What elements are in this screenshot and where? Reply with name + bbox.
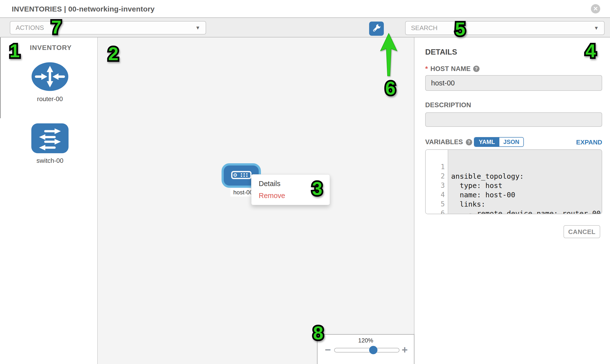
toolbar: ACTIONS ▾	[0, 17, 610, 38]
zoom-in-button[interactable]: +	[402, 344, 408, 356]
zoom-out-button[interactable]: −	[325, 344, 331, 356]
zoom-slider-track[interactable]	[334, 348, 400, 352]
variables-editor[interactable]: 1 ansible_topology: 2 type: host 3 name:…	[425, 149, 602, 214]
variables-label-wrap: VARIABLES ?	[425, 138, 472, 146]
details-panel: DETAILS * HOST NAME ? DESCRIPTION VARIAB…	[415, 38, 610, 364]
required-asterisk: *	[425, 65, 428, 73]
sidebar-item-switch[interactable]: switch-00	[23, 123, 77, 165]
details-heading: DETAILS	[425, 48, 457, 57]
chevron-down-icon: ▾	[595, 24, 598, 31]
toggle-json[interactable]: JSON	[499, 138, 523, 146]
help-icon[interactable]: ?	[466, 139, 472, 145]
node-context-menu: Details Remove	[251, 174, 330, 205]
search-dropdown-label: SEARCH	[411, 22, 437, 35]
line-number: 5	[426, 199, 445, 209]
actions-dropdown[interactable]: ACTIONS ▾	[10, 21, 206, 35]
variables-label: VARIABLES	[425, 138, 463, 146]
configure-tools-button[interactable]	[369, 22, 384, 36]
close-icon[interactable]: ✕	[591, 4, 600, 13]
header-bar: INVENTORIES | 00-networking-inventory ✕	[0, 0, 610, 17]
line-number: 3	[426, 181, 445, 190]
line-code: - remote_device_name: router-00	[451, 209, 602, 214]
help-icon[interactable]: ?	[473, 65, 480, 72]
code-line: 1 ansible_topology:	[426, 153, 602, 162]
menu-item-details[interactable]: Details	[251, 178, 330, 190]
sidebar-item-router[interactable]: router-00	[23, 61, 77, 103]
actions-dropdown-label: ACTIONS	[16, 22, 44, 34]
cancel-button[interactable]: CANCEL	[563, 225, 600, 238]
host-icon	[231, 171, 252, 180]
code-line: 2 type: host	[426, 162, 602, 172]
toggle-yaml[interactable]: YAML	[474, 138, 499, 146]
line-code: links:	[451, 199, 602, 209]
topology-canvas[interactable]: host-00 Details Remove 120% − +	[98, 38, 415, 364]
description-label: DESCRIPTION	[425, 101, 471, 109]
page-title: INVENTORIES | 00-networking-inventory	[12, 0, 155, 17]
main-area: INVENTORY router-00	[0, 38, 610, 364]
inventory-heading: INVENTORY	[30, 44, 72, 52]
host-name-label-row: * HOST NAME ?	[425, 65, 480, 73]
line-code: name: host-00	[451, 190, 602, 199]
format-toggle: YAML JSON	[474, 137, 524, 147]
search-dropdown[interactable]: SEARCH ▾	[405, 21, 605, 35]
router-icon	[31, 88, 69, 92]
inventory-sidebar: INVENTORY router-00	[0, 38, 98, 364]
zoom-slider-thumb[interactable]	[369, 346, 377, 354]
sidebar-scrollbar[interactable]	[0, 38, 1, 118]
expand-link[interactable]: EXPAND	[576, 139, 602, 146]
line-number: 4	[426, 190, 445, 199]
description-input[interactable]	[425, 112, 602, 127]
line-number: 2	[426, 172, 445, 181]
wrench-icon	[371, 23, 382, 34]
router-label: router-00	[23, 95, 77, 103]
menu-item-remove[interactable]: Remove	[251, 190, 330, 202]
line-number: 1	[426, 162, 445, 172]
host-name-label: HOST NAME	[430, 65, 471, 73]
switch-label: switch-00	[23, 157, 77, 165]
line-code: ansible_topology:	[451, 172, 602, 181]
switch-icon	[31, 150, 69, 154]
variables-row: VARIABLES ? YAML JSON EXPAND	[425, 137, 602, 147]
host-name-input[interactable]	[425, 75, 602, 91]
zoom-control: 120% − +	[317, 334, 415, 364]
line-code: type: host	[451, 181, 602, 190]
zoom-percentage: 120%	[317, 337, 414, 344]
description-label-text: DESCRIPTION	[425, 101, 471, 109]
chevron-down-icon: ▾	[196, 24, 199, 31]
editor-lines: 1 ansible_topology: 2 type: host 3 name:…	[426, 153, 602, 214]
line-number: 6	[426, 209, 445, 214]
